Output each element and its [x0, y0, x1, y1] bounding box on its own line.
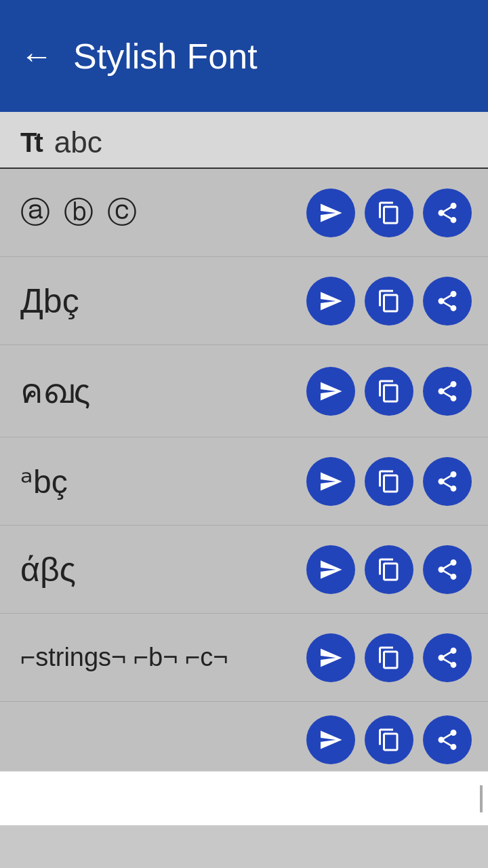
font-sample-4: ᵃbç — [20, 462, 306, 500]
send-button-4[interactable] — [306, 457, 355, 506]
send-button-3[interactable] — [306, 367, 355, 416]
share-button-4[interactable] — [423, 457, 472, 506]
copy-button-1[interactable] — [365, 189, 413, 237]
page-title: Stylish Font — [73, 36, 258, 77]
share-button-5[interactable] — [423, 545, 472, 594]
search-input[interactable] — [54, 125, 468, 159]
copy-button-5[interactable] — [365, 545, 413, 594]
share-button-6[interactable] — [423, 633, 472, 682]
copy-button-4[interactable] — [365, 457, 413, 506]
font-row: ⓐ ⓑ ⓒ — [0, 169, 488, 257]
send-button-7[interactable] — [306, 715, 355, 764]
share-button-1[interactable] — [423, 189, 472, 237]
send-button-5[interactable] — [306, 545, 355, 594]
font-row: άβς — [0, 526, 488, 614]
copy-button-2[interactable] — [365, 277, 413, 326]
app-header: ← Stylish Font — [0, 0, 488, 112]
share-button-7[interactable] — [423, 715, 472, 764]
font-sample-5: άβς — [20, 550, 306, 589]
font-actions-4 — [306, 457, 472, 506]
font-actions-1 — [306, 189, 472, 237]
font-size-icon: Tt — [20, 127, 41, 158]
font-actions-3 — [306, 367, 472, 416]
font-row: Дbç — [0, 257, 488, 345]
share-button-2[interactable] — [423, 277, 472, 326]
copy-button-6[interactable] — [365, 633, 413, 682]
search-area: Tt — [0, 112, 488, 169]
font-sample-2: Дbç — [20, 281, 306, 321]
font-row: คഖς — [0, 345, 488, 437]
share-button-3[interactable] — [423, 367, 472, 416]
copy-button-3[interactable] — [365, 367, 413, 416]
font-row-partial — [0, 702, 488, 771]
send-button-1[interactable] — [306, 189, 355, 237]
font-list: ⓐ ⓑ ⓒ Дbç คഖς — [0, 169, 488, 771]
copy-button-7[interactable] — [365, 715, 413, 764]
send-button-6[interactable] — [306, 633, 355, 682]
font-actions-6 — [306, 633, 472, 682]
back-button[interactable]: ← — [20, 40, 53, 73]
font-actions-7 — [306, 715, 472, 764]
font-sample-3: คഖς — [20, 364, 306, 418]
font-row: ᵃbç — [0, 437, 488, 526]
ad-banner — [0, 771, 488, 825]
font-sample-1: ⓐ ⓑ ⓒ — [20, 193, 306, 233]
font-row: ⌐strings¬ ⌐b¬ ⌐c¬ — [0, 614, 488, 702]
font-actions-2 — [306, 277, 472, 326]
font-sample-6: ⌐strings¬ ⌐b¬ ⌐c¬ — [20, 643, 306, 672]
send-button-2[interactable] — [306, 277, 355, 326]
font-actions-5 — [306, 545, 472, 594]
ad-scroll-indicator — [480, 785, 483, 812]
